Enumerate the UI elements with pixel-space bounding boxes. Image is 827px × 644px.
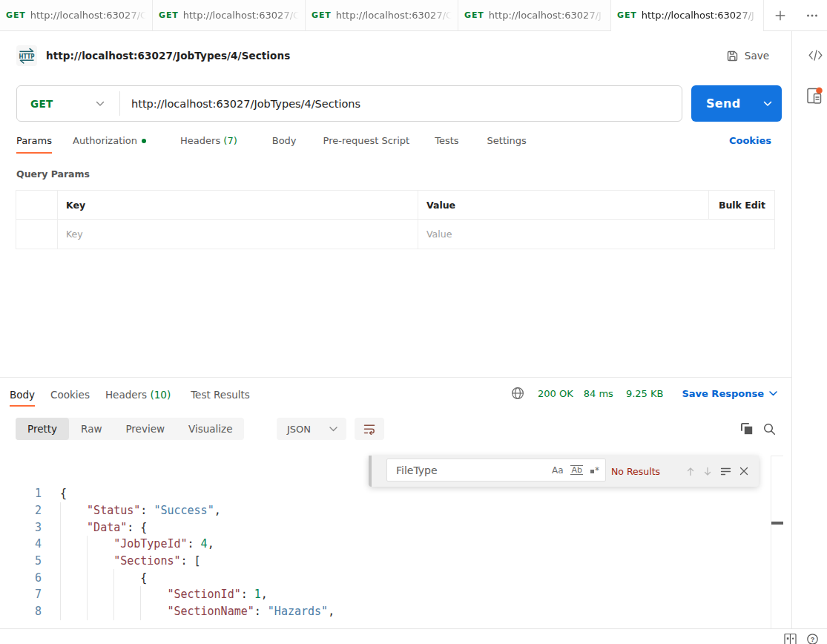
view-pretty[interactable]: Pretty — [16, 418, 69, 440]
view-raw[interactable]: Raw — [69, 418, 113, 440]
request-config-tabs: Params Authorization Headers (7) Body Pr… — [16, 135, 775, 157]
find-results-message: No Results — [611, 466, 660, 477]
status-badge[interactable]: 200 OK — [538, 388, 573, 399]
line-number: 6 — [0, 571, 42, 585]
json-token-punc: : — [254, 605, 268, 618]
request-header: HTTP http://localhost:63027/JobTypes/4/S… — [16, 45, 775, 66]
format-dropdown[interactable]: JSON — [277, 418, 346, 440]
find-input[interactable]: FileType Aa Ab * — [386, 459, 606, 482]
authorization-dot — [142, 139, 146, 143]
tab-body[interactable]: Body — [272, 135, 297, 154]
network-info-button[interactable] — [511, 387, 524, 400]
tab-tests[interactable]: Tests — [435, 135, 458, 154]
find-close-button[interactable] — [739, 467, 748, 476]
json-token-punc: { — [60, 487, 67, 500]
save-response-button[interactable]: Save Response — [682, 388, 777, 399]
arrow-down-icon — [703, 467, 712, 476]
tab-test-results[interactable]: Test Results — [191, 378, 250, 407]
url-box: GET — [16, 85, 682, 122]
line-number: 2 — [0, 504, 42, 517]
line-number: 1 — [0, 487, 42, 500]
tab-url-label: http://localhost:63027/C — [30, 10, 146, 21]
find-in-selection-button[interactable] — [720, 467, 731, 476]
tab-method-badge: GET — [312, 10, 332, 20]
help-button[interactable]: ? — [807, 633, 818, 644]
json-token-punc: , — [214, 504, 221, 517]
two-pane-view-button[interactable] — [784, 633, 797, 644]
copy-icon — [740, 422, 754, 436]
tab-response-cookies[interactable]: Cookies — [50, 378, 90, 407]
code-snippet-button[interactable] — [808, 50, 823, 61]
arrow-up-icon — [686, 467, 695, 476]
send-button[interactable]: Send — [691, 85, 782, 122]
new-tab-button[interactable] — [774, 10, 786, 22]
http-icon: HTTP — [19, 47, 35, 64]
code-text: "Data": { — [60, 519, 147, 536]
search-icon — [763, 423, 776, 436]
wrap-text-icon — [363, 423, 375, 435]
json-token-num: 4 — [201, 537, 208, 551]
tab-response-body[interactable]: Body — [10, 378, 35, 407]
cookies-link[interactable]: Cookies — [729, 135, 771, 146]
editor-scrollbar-track[interactable] — [771, 456, 783, 635]
svg-text:?: ? — [811, 636, 815, 643]
chevron-down-icon — [96, 101, 105, 107]
tab-options-button[interactable] — [805, 10, 819, 22]
json-token-key: "SectionId" — [167, 588, 240, 601]
url-row: GET Send — [16, 85, 782, 122]
tab-pre-request-script[interactable]: Pre-request Script — [323, 135, 410, 154]
tab-method-badge: GET — [6, 10, 26, 20]
copy-response-button[interactable] — [740, 422, 754, 436]
request-tab-3[interactable]: GET http://localhost:63027/C — [306, 0, 458, 30]
table-row: Key Value — [16, 220, 774, 249]
json-token-punc: { — [140, 571, 147, 585]
json-token-str: "Hazards" — [268, 605, 328, 618]
tab-params[interactable]: Params — [16, 135, 52, 154]
code-line: 2"Status": "Success", — [0, 502, 771, 519]
regex-toggle[interactable]: * — [590, 465, 599, 476]
code-line: 1{ — [0, 485, 771, 502]
tab-authorization[interactable]: Authorization — [73, 135, 146, 154]
save-request-button[interactable]: Save — [726, 45, 769, 66]
find-widget: FileType Aa Ab * No Results — [369, 456, 759, 487]
json-token-key: "JobTypeId" — [113, 537, 187, 551]
bulk-edit-link[interactable]: Bulk Edit — [719, 200, 765, 211]
key-input-cell[interactable]: Key — [58, 220, 418, 249]
tab-headers[interactable]: Headers (7) — [180, 135, 237, 154]
headers-count: (7) — [223, 135, 237, 146]
response-time[interactable]: 84 ms — [584, 388, 613, 399]
help-icon: ? — [807, 634, 818, 644]
response-size[interactable]: 9.25 KB — [626, 388, 664, 399]
request-tab-2[interactable]: GET http://localhost:63027/C — [153, 0, 306, 30]
view-preview[interactable]: Preview — [113, 418, 177, 440]
editor-scrollbar-thumb[interactable] — [771, 522, 783, 525]
url-input[interactable] — [120, 98, 682, 110]
value-input-cell[interactable]: Value — [418, 220, 709, 249]
response-body-editor: 1{2"Status": "Success",3"Data": {4"JobTy… — [0, 455, 783, 629]
tab-url-label: http://localhost:63027/J — [642, 10, 757, 21]
whole-word-toggle[interactable]: Ab — [570, 465, 583, 475]
find-in-selection-icon — [720, 467, 731, 476]
request-title: http://localhost:63027/JobTypes/4/Sectio… — [46, 50, 290, 62]
view-visualize[interactable]: Visualize — [177, 418, 244, 440]
request-tab-4[interactable]: GET http://localhost:63027/J — [458, 0, 611, 30]
tab-bar-actions — [764, 0, 819, 30]
request-tab-1[interactable]: GET http://localhost:63027/C — [0, 0, 153, 30]
method-selector[interactable]: GET — [17, 86, 119, 121]
match-case-toggle[interactable]: Aa — [552, 465, 564, 476]
key-header-cell: Key — [58, 191, 418, 219]
chevron-down-icon — [769, 391, 777, 396]
code-text: { — [60, 569, 147, 586]
json-response-body[interactable]: 1{2"Status": "Success",3"Data": {4"JobTy… — [0, 485, 771, 620]
request-tab-5-active[interactable]: GET http://localhost:63027/J — [611, 0, 764, 30]
tab-url-label: http://localhost:63027/J — [489, 10, 604, 21]
wrap-lines-button[interactable] — [355, 418, 384, 440]
json-token-key: "Data" — [87, 521, 127, 534]
globe-icon — [511, 387, 524, 400]
tab-settings[interactable]: Settings — [487, 135, 527, 154]
find-next-button[interactable] — [703, 467, 712, 476]
search-response-button[interactable] — [763, 423, 776, 436]
tab-response-headers[interactable]: Headers (10) — [105, 378, 171, 407]
find-previous-button[interactable] — [686, 467, 695, 476]
documentation-button[interactable] — [806, 87, 823, 106]
